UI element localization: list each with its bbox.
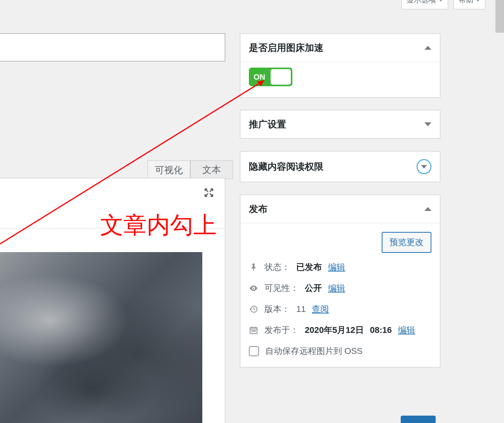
tab-visual[interactable]: 可视化	[148, 160, 190, 179]
tab-text-label: 文本	[202, 164, 221, 176]
vertical-scrollbar[interactable]	[495, 0, 504, 33]
panel-image-acceleration-title: 是否启用图床加速	[249, 42, 323, 54]
caret-down-icon	[438, 0, 443, 2]
visibility-edit-link[interactable]: 编辑	[328, 282, 345, 294]
content-image[interactable]	[0, 252, 202, 423]
collapse-up-icon	[424, 207, 431, 211]
calendar-icon	[249, 326, 258, 335]
auto-save-row: 自动保存远程图片到 OSS	[240, 341, 440, 367]
panel-promotion-header[interactable]: 推广设置	[240, 110, 440, 138]
publish-visibility-row: 可见性： 公开 编辑	[240, 278, 440, 299]
revisions-label: 版本：	[264, 303, 290, 315]
panel-publish-title: 发布	[249, 203, 268, 215]
status-label: 状态：	[264, 261, 290, 273]
content-editor[interactable]	[0, 178, 225, 423]
tab-text[interactable]: 文本	[190, 160, 233, 179]
auto-save-label: 自动保存远程图片到 OSS	[265, 345, 363, 357]
preview-changes-button[interactable]: 预览更改	[382, 232, 431, 253]
panel-publish-header[interactable]: 发布	[240, 195, 440, 223]
help-label: 帮助	[459, 0, 473, 5]
help-button[interactable]: 帮助	[454, 0, 485, 9]
toggle-knob	[271, 69, 291, 85]
status-edit-link[interactable]: 编辑	[328, 261, 345, 273]
svg-point-3	[253, 331, 254, 331]
fullscreen-icon[interactable]	[204, 188, 214, 198]
screen-options-button[interactable]: 显示选项	[401, 0, 448, 9]
circled-expand-icon[interactable]	[417, 159, 431, 174]
panel-promotion: 推广设置	[240, 110, 440, 139]
panel-publish: 发布 预览更改 状态： 已发布 编辑	[240, 195, 440, 367]
collapse-up-icon	[424, 46, 431, 50]
screen-options-label: 显示选项	[407, 0, 436, 5]
published-time: 08:16	[370, 325, 392, 335]
toggle-on-label: ON	[254, 73, 265, 82]
update-button-partial[interactable]	[401, 416, 436, 423]
panel-promotion-title: 推广设置	[249, 118, 286, 131]
auto-save-checkbox[interactable]	[249, 346, 259, 356]
visibility-label: 可见性：	[264, 282, 299, 294]
published-edit-link[interactable]: 编辑	[398, 324, 415, 336]
svg-point-2	[252, 331, 252, 331]
svg-point-4	[255, 331, 255, 331]
status-value: 已发布	[296, 261, 322, 273]
published-label: 发布于：	[264, 324, 299, 336]
revisions-count: 11	[296, 304, 306, 314]
expand-down-icon	[424, 122, 431, 126]
tab-visual-label: 可视化	[155, 164, 183, 176]
panel-image-acceleration: 是否启用图床加速 ON	[240, 33, 440, 97]
panel-hidden-content: 隐藏内容阅读权限	[240, 151, 440, 182]
preview-changes-label: 预览更改	[389, 237, 424, 247]
history-icon	[249, 305, 258, 314]
publish-revisions-row: 版本： 11 查阅	[240, 299, 440, 320]
revisions-browse-link[interactable]: 查阅	[312, 303, 329, 315]
caret-down-icon	[476, 0, 480, 2]
eye-icon	[249, 284, 258, 293]
panel-hidden-content-title: 隐藏内容阅读权限	[249, 160, 323, 173]
image-acceleration-toggle[interactable]: ON	[249, 68, 292, 86]
visibility-value: 公开	[305, 282, 322, 294]
post-title-input[interactable]	[0, 33, 225, 61]
pin-icon	[249, 263, 258, 272]
publish-date-row: 发布于： 2020年5月12日 08:16 编辑	[240, 320, 440, 341]
published-date: 2020年5月12日	[305, 324, 364, 336]
panel-hidden-content-header[interactable]: 隐藏内容阅读权限	[240, 151, 440, 182]
panel-image-acceleration-header[interactable]: 是否启用图床加速	[240, 34, 440, 62]
toolbar-divider	[0, 228, 226, 228]
publish-status-row: 状态： 已发布 编辑	[240, 257, 440, 278]
